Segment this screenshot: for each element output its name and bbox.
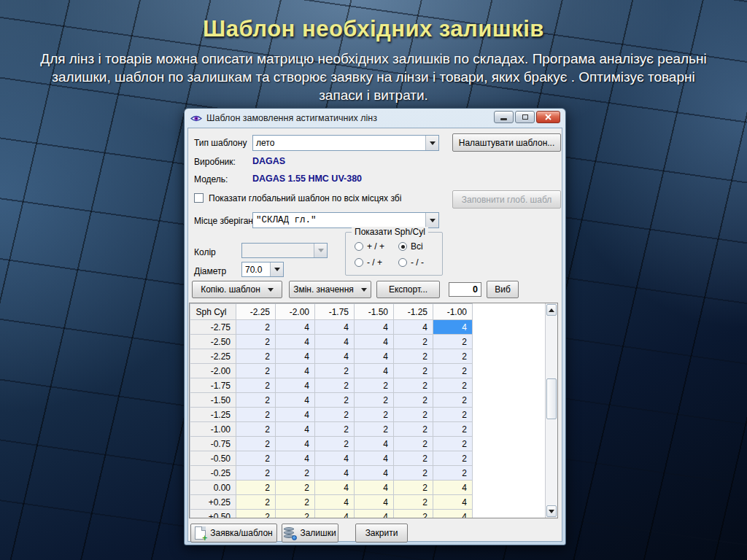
matrix-cell[interactable]: 2 (236, 495, 276, 510)
matrix-cell[interactable]: 4 (355, 451, 394, 466)
matrix-cell[interactable]: 2 (433, 422, 473, 437)
matrix-cell[interactable]: 2 (236, 451, 276, 466)
matrix-cell[interactable]: 2 (433, 408, 473, 422)
count-input[interactable] (449, 282, 481, 297)
maximize-button[interactable] (515, 111, 535, 123)
diameter-combobox[interactable]: 70.0 (241, 262, 284, 277)
matrix-cell[interactable]: 4 (315, 466, 355, 481)
matrix-cell[interactable]: 2 (315, 378, 355, 393)
color-combobox[interactable] (241, 243, 328, 258)
select-button[interactable]: Виб (487, 281, 519, 298)
matrix-cell[interactable]: 4 (355, 510, 394, 519)
matrix-cell[interactable]: 2 (394, 349, 433, 364)
matrix-cell[interactable]: 2 (236, 422, 276, 437)
matrix-cell[interactable]: 2 (355, 378, 394, 393)
matrix-cell[interactable]: 2 (315, 393, 355, 408)
matrix-cell[interactable]: 4 (394, 320, 433, 335)
matrix-cell[interactable]: 2 (394, 378, 433, 393)
matrix-cell[interactable]: 2 (236, 437, 276, 451)
matrix-cell[interactable]: 4 (355, 320, 394, 335)
matrix-cell[interactable]: 2 (394, 495, 433, 510)
matrix-cell[interactable]: 2 (433, 349, 473, 364)
matrix-cell[interactable]: 4 (355, 364, 394, 378)
scrollbar-thumb[interactable] (546, 378, 557, 419)
matrix-cell[interactable]: 4 (355, 349, 394, 364)
radio-plus-plus[interactable]: + / + (355, 241, 384, 252)
matrix-cell[interactable]: 2 (394, 437, 433, 451)
chevron-down-icon[interactable] (425, 213, 438, 228)
matrix-cell[interactable]: 4 (276, 364, 315, 378)
configure-template-button[interactable]: Налаштувати шаблон... (452, 133, 561, 152)
matrix-cell[interactable]: 2 (394, 422, 433, 437)
export-button[interactable]: Експорт... (376, 281, 440, 298)
request-template-button[interactable]: + Заявка/шаблон (190, 524, 277, 542)
matrix-cell[interactable]: 4 (315, 481, 355, 495)
radio-minus-minus[interactable]: - / - (398, 257, 424, 268)
matrix-cell[interactable]: 2 (394, 408, 433, 422)
matrix-cell[interactable]: 2 (236, 349, 276, 364)
fill-global-template-button[interactable]: Заповнити глоб. шабл (452, 190, 561, 209)
matrix-cell[interactable]: 2 (315, 364, 355, 378)
matrix-cell[interactable]: 2 (236, 408, 276, 422)
matrix-cell[interactable]: 4 (276, 320, 315, 335)
matrix-cell[interactable]: 4 (315, 335, 355, 349)
scroll-up-icon[interactable] (546, 304, 557, 316)
matrix-cell[interactable]: 2 (355, 422, 394, 437)
matrix-cell[interactable]: 4 (355, 437, 394, 451)
matrix-cell[interactable]: 2 (276, 510, 315, 519)
matrix-cell[interactable]: 2 (236, 378, 276, 393)
matrix-cell[interactable]: 2 (276, 495, 315, 510)
matrix-cell[interactable]: 2 (236, 481, 276, 495)
matrix-cell[interactable]: 2 (236, 335, 276, 349)
matrix-cell[interactable]: 2 (394, 451, 433, 466)
matrix-cell[interactable]: 4 (315, 451, 355, 466)
matrix-cell[interactable]: 2 (236, 364, 276, 378)
chevron-down-icon[interactable] (425, 136, 438, 150)
matrix-cell[interactable]: 2 (433, 335, 473, 349)
matrix-cell[interactable]: 4 (433, 320, 473, 335)
close-dialog-button[interactable]: Закрити (355, 524, 408, 542)
global-template-checkbox[interactable] (194, 193, 204, 203)
matrix-cell[interactable]: 2 (355, 408, 394, 422)
matrix-cell[interactable]: 2 (236, 320, 276, 335)
matrix-cell[interactable]: 2 (433, 364, 473, 378)
matrix-cell[interactable]: 2 (394, 335, 433, 349)
matrix-cell[interactable]: 2 (276, 466, 315, 481)
matrix-cell[interactable]: 2 (433, 378, 473, 393)
matrix-cell[interactable]: 4 (355, 495, 394, 510)
radio-minus-plus[interactable]: - / + (355, 257, 382, 268)
matrix-cell[interactable]: 4 (355, 466, 394, 481)
matrix-cell[interactable]: 2 (394, 393, 433, 408)
dialog-titlebar[interactable]: Шаблон замовлення астигматичних лінз (185, 109, 565, 128)
matrix-cell[interactable]: 2 (433, 451, 473, 466)
matrix-cell[interactable]: 2 (433, 437, 473, 451)
matrix-cell[interactable]: 2 (315, 422, 355, 437)
matrix-cell[interactable]: 2 (236, 510, 276, 519)
minimize-button[interactable] (494, 111, 514, 123)
matrix-cell[interactable]: 4 (315, 510, 355, 519)
matrix-cell[interactable]: 2 (236, 393, 276, 408)
matrix-cell[interactable]: 4 (433, 481, 473, 495)
matrix-cell[interactable]: 2 (433, 466, 473, 481)
matrix-cell[interactable]: 4 (276, 451, 315, 466)
matrix-cell[interactable]: 2 (236, 466, 276, 481)
matrix-cell[interactable]: 4 (355, 481, 394, 495)
matrix-cell[interactable]: 2 (394, 510, 433, 519)
storage-place-combobox[interactable]: "СКЛАД гл." (252, 212, 439, 228)
matrix-cell[interactable]: 4 (276, 408, 315, 422)
matrix-cell[interactable]: 2 (433, 393, 473, 408)
matrix-cell[interactable]: 2 (394, 466, 433, 481)
vertical-scrollbar[interactable] (545, 303, 557, 518)
matrix-cell[interactable]: 4 (276, 335, 315, 349)
matrix-cell[interactable]: 2 (355, 393, 394, 408)
matrix-cell[interactable]: 2 (276, 481, 315, 495)
matrix-cell[interactable]: 2 (394, 481, 433, 495)
matrix-cell[interactable]: 2 (394, 364, 433, 378)
matrix-cell[interactable]: 4 (315, 495, 355, 510)
close-button[interactable] (536, 111, 560, 123)
chevron-down-icon[interactable] (270, 262, 283, 276)
matrix-cell[interactable]: 2 (315, 437, 355, 451)
matrix-cell[interactable]: 4 (276, 393, 315, 408)
matrix-cell[interactable]: 4 (276, 349, 315, 364)
remainders-button[interactable]: Залишки (282, 524, 338, 542)
